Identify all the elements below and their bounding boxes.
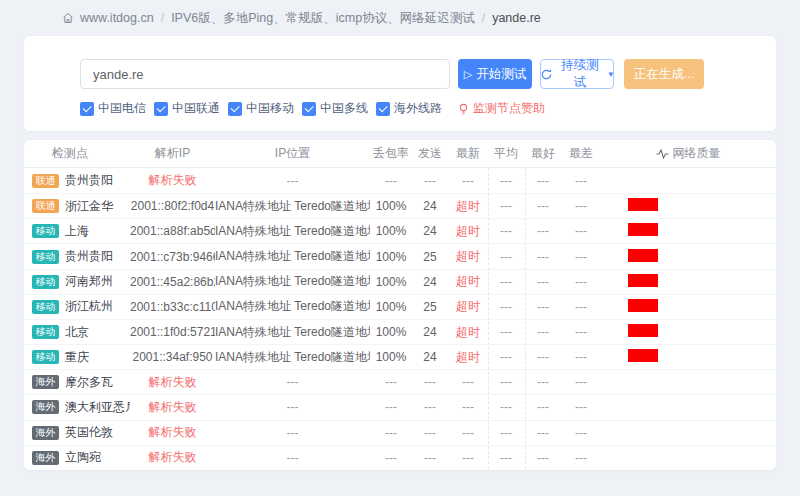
home-icon (62, 12, 74, 24)
loss-rate-value: 100% (370, 275, 412, 289)
generating-label: 正在生成... (634, 66, 694, 83)
quality-cell (600, 450, 776, 466)
worst-value: --- (562, 325, 600, 339)
checkbox-china-unicom[interactable]: 中国联通 (154, 100, 220, 117)
table-row: 移动 上海 2001::a88f:ab5d IANA特殊地址 Teredo隧道地… (24, 218, 776, 243)
node-location: 浙江杭州 (65, 298, 113, 315)
latest-value: 超时 (448, 223, 488, 240)
best-value: --- (524, 325, 562, 339)
resolved-ip: 解析失败 (130, 424, 215, 441)
node-location: 河南郑州 (65, 273, 113, 290)
quality-bar (628, 198, 658, 211)
average-value: --- (488, 400, 524, 414)
quality-bar (628, 223, 658, 236)
quality-cell (600, 374, 776, 390)
quality-cell (600, 249, 776, 265)
quality-bar (628, 249, 658, 262)
node-location: 浙江金华 (65, 198, 113, 215)
checkbox-overseas[interactable]: 海外线路 (376, 100, 442, 117)
header-best: 最好 (524, 145, 562, 162)
resolved-ip: 2001::b33c:c110 (130, 300, 215, 314)
ip-location: --- (215, 174, 370, 188)
latest-value: --- (448, 451, 488, 465)
loss-rate-value: --- (370, 451, 412, 465)
checkbox-china-mobile[interactable]: 中国移动 (228, 100, 294, 117)
ip-location: --- (215, 451, 370, 465)
breadcrumb-section[interactable]: IPV6版、多地Ping、常规版、icmp协议、网络延迟测试 (171, 10, 475, 27)
best-value: --- (524, 174, 562, 188)
isp-tag: 联通 (32, 199, 59, 213)
worst-value: --- (562, 250, 600, 264)
isp-tag: 移动 (32, 275, 59, 289)
resolved-ip: 解析失败 (130, 399, 215, 416)
generating-button[interactable]: 正在生成... (624, 59, 704, 89)
worst-value: --- (562, 300, 600, 314)
best-value: --- (524, 224, 562, 238)
checkbox-label: 海外线路 (394, 100, 442, 117)
continuous-test-label: 持续测试 (556, 57, 603, 91)
table-body: 联通 贵州贵阳 解析失败 --- --- --- --- --- --- ---… (24, 168, 776, 470)
isp-tag: 海外 (32, 451, 59, 465)
quality-bar (628, 299, 658, 312)
breadcrumb-home[interactable]: www.itdog.cn (80, 11, 154, 25)
average-value: --- (488, 325, 524, 339)
isp-tag: 移动 (32, 350, 59, 364)
node-cell: 移动 浙江杭州 (24, 298, 130, 315)
ip-location: IANA特殊地址 Teredo隧道地址 (215, 349, 370, 366)
loss-rate-value: 100% (370, 199, 412, 213)
quality-cell (600, 349, 776, 365)
host-input[interactable] (80, 59, 450, 89)
breadcrumb-separator: / (161, 11, 164, 25)
checkbox-checked-icon (302, 102, 316, 116)
loss-rate-value: 100% (370, 224, 412, 238)
loss-rate-value: --- (370, 426, 412, 440)
best-value: --- (524, 375, 562, 389)
latest-value: --- (448, 375, 488, 389)
play-icon: ▷ (464, 69, 472, 80)
best-value: --- (524, 275, 562, 289)
checkbox-china-telecom[interactable]: 中国电信 (80, 100, 146, 117)
node-location: 北京 (65, 324, 89, 341)
ip-location: IANA特殊地址 Teredo隧道地址 (215, 223, 370, 240)
quality-bar (628, 349, 658, 362)
worst-value: --- (562, 275, 600, 289)
header-sent: 发送 (412, 145, 448, 162)
node-cell: 海外 澳大利亚悉尼 (24, 399, 130, 416)
quality-bar (628, 324, 658, 337)
average-value: --- (488, 250, 524, 264)
quality-bar (628, 274, 658, 287)
node-cell: 移动 贵州贵阳 (24, 248, 130, 265)
sent-value: 25 (412, 250, 448, 264)
worst-value: --- (562, 350, 600, 364)
checkbox-checked-icon (154, 102, 168, 116)
header-network-quality-label: 网络质量 (673, 145, 721, 162)
start-test-button[interactable]: ▷ 开始测试 (458, 59, 532, 89)
loss-rate-value: 100% (370, 350, 412, 364)
latest-value: --- (448, 426, 488, 440)
continuous-test-button[interactable]: 持续测试 ▾ (540, 59, 614, 89)
checkbox-label: 中国多线 (320, 100, 368, 117)
table-row: 联通 浙江金华 2001::80f2:f0d4 IANA特殊地址 Teredo隧… (24, 193, 776, 218)
table-row: 海外 澳大利亚悉尼 解析失败 --- --- --- --- --- --- -… (24, 394, 776, 419)
node-location: 贵州贵阳 (65, 248, 113, 265)
ip-location: --- (215, 426, 370, 440)
node-cell: 移动 北京 (24, 324, 130, 341)
column-divider (488, 168, 489, 469)
start-test-label: 开始测试 (476, 66, 526, 83)
best-value: --- (524, 199, 562, 213)
checkbox-china-multiline[interactable]: 中国多线 (302, 100, 368, 117)
table-row: 移动 河南郑州 2001::45a2:86b2 IANA特殊地址 Teredo隧… (24, 269, 776, 294)
sponsor-link[interactable]: 监测节点赞助 (458, 100, 545, 117)
best-value: --- (524, 300, 562, 314)
lightbulb-icon (458, 103, 469, 115)
ip-location: --- (215, 375, 370, 389)
checkbox-checked-icon (80, 102, 94, 116)
results-table-card: 检测点 解析IP IP位置 丢包率 发送 最新 平均 最好 最差 网络质量 联通… (24, 140, 776, 470)
resolved-ip: 2001::34af:950 (130, 350, 215, 364)
checkbox-label: 中国联通 (172, 100, 220, 117)
sent-value: --- (412, 174, 448, 188)
column-divider (525, 168, 526, 469)
loss-rate-value: --- (370, 174, 412, 188)
sent-value: --- (412, 451, 448, 465)
ip-location: --- (215, 400, 370, 414)
